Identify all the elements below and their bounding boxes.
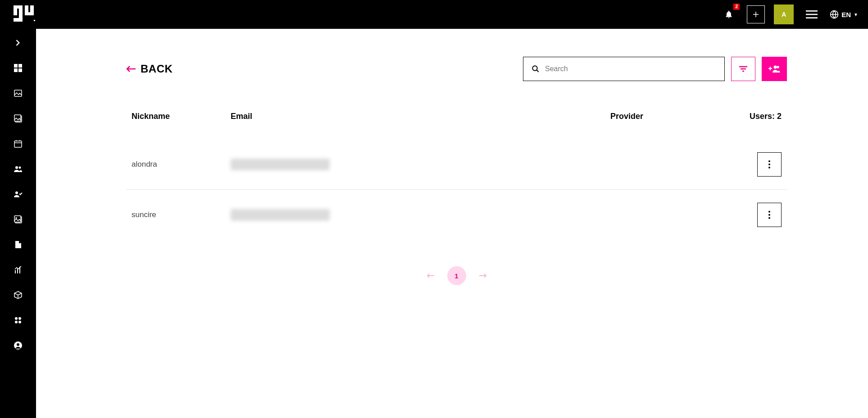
sidebar-nav: [0, 29, 36, 418]
cell-email: [231, 159, 610, 170]
col-header-users-count: Users: 2: [727, 112, 782, 121]
image-icon: [14, 90, 22, 97]
sidebar-item-collections[interactable]: [9, 114, 27, 123]
filter-icon: [739, 65, 748, 73]
svg-rect-4: [14, 5, 23, 9]
svg-point-57: [768, 211, 770, 213]
svg-point-59: [768, 217, 770, 219]
svg-rect-23: [14, 141, 22, 147]
photo-library-icon: [14, 215, 22, 223]
users-icon: [14, 165, 23, 173]
svg-point-45: [532, 66, 537, 71]
sidebar-item-apps[interactable]: [9, 315, 27, 325]
back-label: BACK: [141, 63, 173, 75]
svg-point-39: [18, 317, 21, 320]
caret-down-icon: ▼: [854, 12, 858, 17]
notifications-button[interactable]: 2: [720, 5, 738, 23]
filter-button[interactable]: [731, 57, 755, 81]
sidebar-item-dashboard[interactable]: [9, 63, 27, 73]
pagination: 1: [126, 266, 787, 285]
arrow-left-icon: [126, 65, 136, 73]
arrow-left-icon: [427, 273, 435, 278]
chevron-right-icon: [16, 40, 20, 46]
header-actions: 2 A EN ▼: [720, 5, 858, 24]
svg-point-38: [15, 317, 18, 320]
cell-nickname: alondra: [132, 160, 231, 169]
sidebar-item-packages[interactable]: [9, 290, 27, 300]
sidebar-item-analytics[interactable]: [9, 265, 27, 275]
toolbar: BACK: [126, 57, 787, 81]
table-row: alondra: [126, 139, 787, 190]
app-header: 2 A EN ▼: [0, 0, 868, 29]
sidebar-expand-toggle[interactable]: [9, 38, 27, 48]
add-users-icon: [768, 65, 780, 73]
page-prev-button[interactable]: [427, 273, 435, 278]
col-header-provider: Provider: [610, 112, 727, 121]
menu-button[interactable]: [803, 5, 821, 23]
account-circle-icon: [14, 341, 22, 350]
globe-icon: [830, 10, 839, 19]
dashboard-icon: [14, 64, 22, 72]
svg-rect-17: [18, 64, 22, 68]
table-header: Nickname Email Provider Users: 2: [126, 112, 787, 121]
svg-point-50: [774, 66, 777, 69]
plus-icon: [752, 10, 760, 18]
language-code: EN: [841, 11, 851, 18]
more-vert-icon: [768, 211, 770, 219]
svg-rect-31: [14, 216, 21, 222]
email-redacted: [231, 209, 330, 221]
create-button[interactable]: [747, 5, 765, 23]
sidebar-item-media[interactable]: [9, 88, 27, 98]
svg-point-55: [768, 164, 770, 165]
document-icon: [15, 241, 22, 249]
toolbar-actions: [523, 57, 787, 81]
page-next-button[interactable]: [479, 273, 487, 278]
svg-rect-16: [14, 64, 18, 68]
svg-point-51: [777, 66, 779, 68]
arrow-right-icon: [479, 273, 487, 278]
svg-line-46: [536, 70, 539, 72]
page-number-current[interactable]: 1: [447, 266, 466, 285]
language-selector[interactable]: EN ▼: [830, 10, 858, 19]
svg-point-29: [15, 191, 18, 194]
sidebar-item-calendar[interactable]: [9, 139, 27, 149]
users-table: Nickname Email Provider Users: 2 alondra: [126, 112, 787, 240]
svg-point-32: [16, 218, 17, 218]
col-header-nickname: Nickname: [132, 112, 231, 121]
back-button[interactable]: BACK: [126, 63, 173, 75]
add-users-button[interactable]: [762, 57, 787, 81]
sidebar-item-users[interactable]: [9, 164, 27, 174]
apps-grid-icon: [14, 317, 22, 324]
svg-point-27: [15, 166, 18, 169]
svg-point-56: [768, 167, 770, 168]
col-header-email: Email: [231, 112, 610, 121]
search-box[interactable]: [523, 57, 725, 81]
table-row: suncire: [126, 190, 787, 240]
svg-rect-8: [34, 20, 35, 21]
row-more-button[interactable]: [757, 203, 782, 227]
chart-icon: [14, 266, 22, 274]
svg-point-54: [768, 160, 770, 162]
sidebar-item-approvals[interactable]: [9, 189, 27, 199]
user-avatar[interactable]: A: [774, 5, 794, 24]
row-more-button[interactable]: [757, 152, 782, 177]
sidebar-item-account[interactable]: [9, 341, 27, 350]
calendar-icon: [14, 140, 22, 148]
svg-rect-22: [14, 115, 21, 121]
search-icon: [532, 65, 540, 73]
notification-badge: 2: [733, 4, 740, 10]
svg-rect-19: [18, 68, 22, 72]
page-number-label: 1: [454, 272, 458, 280]
table-body: alondra suncire: [126, 139, 787, 240]
sidebar-item-documents[interactable]: [9, 240, 27, 250]
user-check-icon: [14, 191, 23, 198]
cube-icon: [14, 291, 22, 299]
avatar-initial: A: [782, 11, 786, 18]
svg-rect-18: [14, 68, 18, 72]
sidebar-item-library[interactable]: [9, 214, 27, 224]
more-vert-icon: [768, 160, 770, 168]
svg-point-41: [18, 321, 21, 323]
app-logo[interactable]: [14, 5, 35, 23]
search-input[interactable]: [545, 65, 716, 73]
svg-rect-5: [25, 12, 34, 15]
